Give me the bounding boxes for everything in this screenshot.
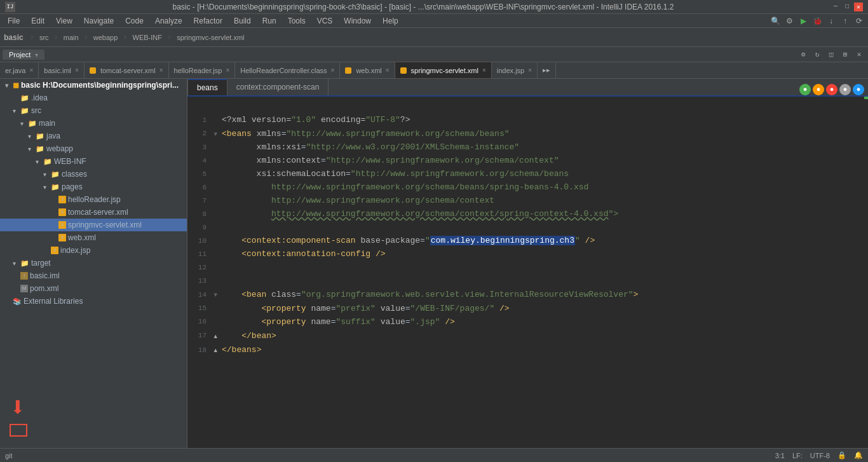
close-helloreader-icon[interactable]: × [226,67,229,74]
project-collapse-icon[interactable]: ◫ [825,48,837,61]
tree-web-xml[interactable]: X web.xml [0,231,187,244]
menu-tools[interactable]: Tools [283,15,311,27]
fold-17[interactable]: ▴ [213,329,222,343]
fold-18[interactable]: ▴ [213,343,222,357]
maximize-button[interactable]: □ [843,3,851,11]
project-settings-icon[interactable]: ⚙ [797,48,810,61]
menu-code[interactable]: Code [120,15,149,27]
menu-file[interactable]: File [3,15,25,27]
tree-idea-label: .idea [31,93,48,102]
menu-run[interactable]: Run [257,15,281,27]
file-tab-index-jsp[interactable]: index.jsp × [492,62,538,78]
tree-main[interactable]: ▾ 📁 main [0,117,187,130]
vcs-push-button[interactable]: ↑ [839,15,851,27]
line-num-14: 14 [194,290,213,301]
tree-index-jsp[interactable]: J index.jsp [0,244,187,257]
tree-root[interactable]: ▾ ◼ basic H:\Documents\beginningspring\s… [0,79,187,92]
menu-refactor[interactable]: Refactor [189,15,227,27]
vcs-update-button[interactable]: ↓ [825,15,837,27]
menu-view[interactable]: View [51,15,78,27]
close-helloreadercontroller-icon[interactable]: × [331,67,335,74]
search-everywhere-button[interactable]: 🔍 [769,15,782,27]
menu-help[interactable]: Help [377,15,403,27]
tree-pages-icon: 📁 [51,183,60,191]
tree-webapp[interactable]: ▾ 📁 webapp [0,142,187,155]
tree-pages[interactable]: ▾ 📁 pages [0,180,187,193]
close-tomcat-server-icon[interactable]: × [159,67,163,74]
file-tab-er-java[interactable]: er.java × [0,62,39,78]
menu-vcs[interactable]: VCS [312,15,338,27]
close-button[interactable]: ✕ [854,3,863,11]
file-tab-er-java-label: er.java [5,67,25,74]
file-tab-springmvc-servlet[interactable]: springmvc-servlet.xml × [395,62,492,78]
toolbar-sep2: › [54,33,58,42]
breadcrumb-file[interactable]: springmvc-servlet.xml [177,34,244,41]
project-tab[interactable]: Project ▾ [3,50,44,60]
fold-14[interactable]: ▾ [213,288,222,302]
menu-build[interactable]: Build [229,15,256,27]
tree-webinf[interactable]: ▾ 📁 WEB-INF [0,155,187,168]
debug-button[interactable]: 🐞 [811,15,824,27]
tree-main-icon: 📁 [28,119,37,128]
tree-external-libraries[interactable]: 📚 External Libraries [0,295,187,308]
file-tab-basic-iml[interactable]: basic.iml × [39,62,85,78]
tree-classes[interactable]: ▾ 📁 classes [0,168,187,180]
code-text-15: <property name="prefix" value="/WEB-INF/… [222,302,510,316]
close-springmvc-servlet-icon[interactable]: × [482,67,486,74]
code-line-14: 14 ▾ <bean class="org.springframework.we… [194,288,868,302]
status-icon-grey: ● [839,84,851,95]
tree-target[interactable]: ▾ 📁 target [0,257,187,269]
toolbar-sep4: › [123,33,127,42]
breadcrumb-webinf[interactable]: WEB-INF [133,34,162,41]
vcs-history-button[interactable]: ⟳ [853,15,865,27]
tree-src[interactable]: ▾ 📁 src [0,104,187,117]
tree-root-icon: ◼ [13,81,19,90]
menu-window[interactable]: Window [339,15,376,27]
code-line-2: 2 ▾ <beans xmlns="http://www.springframe… [194,127,868,141]
file-tab-helloreader-jsp[interactable]: helloReader.jsp × [169,62,236,78]
code-tab-beans[interactable]: beans [187,79,227,95]
project-close-icon[interactable]: ✕ [853,48,865,61]
run-button[interactable]: ▶ [797,15,810,27]
tree-webxml-icon: X [58,234,66,241]
springmvc-servlet-file-icon [400,67,407,74]
code-text-10: <context:component-scan base-package="co… [222,234,595,248]
code-tab-component-scan[interactable]: context:component-scan [227,79,329,95]
code-content[interactable]: 1 <?xml version="1.0" encoding="UTF-8"?>… [187,97,868,362]
breadcrumb-main[interactable]: main [64,34,79,41]
tree-classes-label: classes [62,170,87,179]
code-line-1: 1 <?xml version="1.0" encoding="UTF-8"?> [194,114,868,127]
file-tab-tomcat-server[interactable]: tomcat-server.xml × [85,62,169,78]
code-editor[interactable]: beans context:component-scan ● ● ● ● ● [187,79,868,448]
tree-idea[interactable]: 📁 .idea [0,92,187,104]
minimize-button[interactable]: ─ [831,3,840,11]
project-expand-icon[interactable]: ⊞ [839,48,851,61]
file-tab-more[interactable]: ▸▸ [538,62,556,78]
tree-basic-iml[interactable]: I basic.iml [0,269,187,282]
breadcrumb-webapp[interactable]: webapp [93,34,118,41]
close-index-icon[interactable]: × [528,67,532,74]
file-tab-helloreadercontroller[interactable]: HelloReaderController.class × [235,62,340,78]
menu-navigate[interactable]: Navigate [79,15,119,27]
code-text-8: http://www.springframework.org/schema/co… [222,208,618,221]
project-sync-icon[interactable]: ↻ [811,48,824,61]
menu-analyze[interactable]: Analyze [150,15,187,27]
tree-java[interactable]: ▾ 📁 java [0,130,187,142]
tree-springmvc-servlet[interactable]: X springmvc-servlet.xml [0,219,187,231]
file-tab-web-xml[interactable]: web.xml × [340,62,395,78]
tree-tomcat-server[interactable]: X tomcat-server.xml [0,206,187,219]
line-num-9: 9 [194,222,213,234]
close-er-java-icon[interactable]: × [29,67,33,74]
tree-src-label: src [31,106,41,115]
menu-edit[interactable]: Edit [26,15,50,27]
tree-helloreader-jsp[interactable]: J helloReader.jsp [0,193,187,206]
close-web-xml-icon[interactable]: × [386,67,390,74]
tree-pom-xml[interactable]: M pom.xml [0,282,187,295]
fold-2[interactable]: ▾ [213,127,222,141]
line-num-13: 13 [194,276,213,287]
breadcrumb-src[interactable]: src [39,34,49,41]
settings-button[interactable]: ⚙ [783,15,796,27]
file-tab-tomcat-server-label: tomcat-server.xml [100,67,156,74]
project-tab-label: Project [9,51,31,58]
close-basic-iml-icon[interactable]: × [75,67,79,74]
